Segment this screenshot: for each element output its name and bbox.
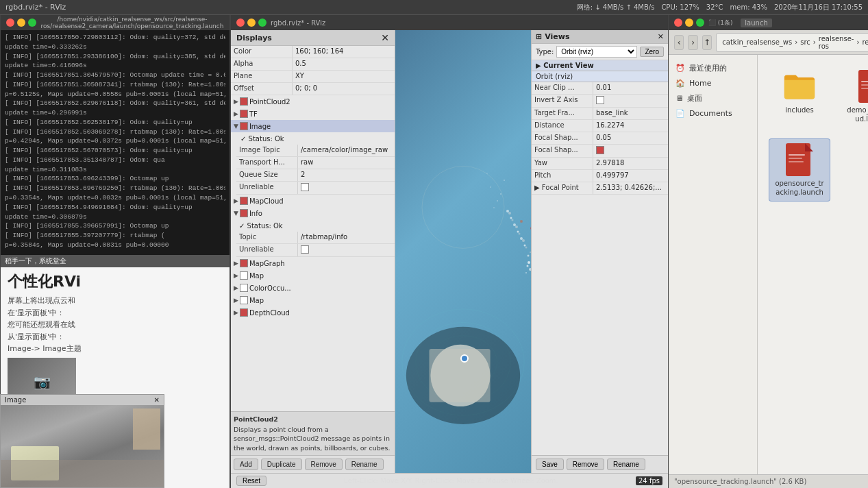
tree-coloroccu[interactable]: ▶ ColorOccu... [231, 282, 395, 294]
tree-mapgraph[interactable]: ▶ MapGraph [231, 257, 395, 269]
terminal-line: [ INFO] [1605517853.696243399]: Octomap … [5, 174, 225, 184]
terminal-max-btn[interactable] [28, 19, 36, 27]
tree-mapcloud[interactable]: ▶ MapCloud [231, 195, 395, 207]
svg-point-15 [513, 223, 516, 226]
fm-back-btn[interactable]: ‹ [674, 35, 684, 50]
duplicate-button[interactable]: Duplicate [261, 459, 302, 470]
fps-display: 24 fps [636, 476, 662, 485]
file-item-opensource-tracking[interactable]: opensource_tracking.launch [769, 138, 830, 202]
terminal-line: p=0.4294s, Maps update=0.0372s pub=0.000… [5, 136, 225, 146]
terminal-titlebar: /home/nvidia/catkin_realsense_ws/src/rea… [1, 15, 230, 30]
tree-image-status: ✓ Status: Ok [236, 132, 395, 145]
fm-file-grid: includes [758, 55, 868, 474]
fm-min-btn[interactable] [685, 19, 693, 27]
robot-marker [460, 354, 469, 363]
svg-point-47 [504, 180, 505, 181]
views-prop-nearclip: Near Clip ... 0.01 [532, 82, 668, 95]
rviz-min-btn[interactable] [247, 19, 256, 27]
terminal-close-btn[interactable] [6, 19, 14, 27]
terminal-min-btn[interactable] [17, 19, 25, 27]
svg-rect-54 [861, 84, 868, 86]
views-type-select[interactable]: Orbit (rviz) [556, 46, 637, 58]
tree-depthcloud[interactable]: ▶ DepthCloud [231, 306, 395, 319]
views-rename-button[interactable]: Rename [607, 459, 645, 470]
clock-icon: ⏰ [675, 64, 685, 73]
pointcloud2-checkbox[interactable] [240, 97, 248, 106]
fm-toolbar: ‹ › ↑ catkin_realsense_ws › src › realse… [669, 30, 868, 55]
remove-button[interactable]: Remove [305, 459, 343, 470]
depthcloud-checkbox[interactable] [240, 308, 248, 317]
views-save-row: Save Remove Rename [532, 455, 668, 473]
fm-up-btn[interactable]: ↑ [702, 35, 712, 50]
3d-viewport[interactable] [395, 30, 531, 473]
map2-checkbox[interactable] [240, 296, 248, 304]
point-cloud-svg [443, 119, 531, 324]
mapgraph-checkbox[interactable] [240, 259, 248, 267]
prop-image-topic: Image Topic /camera/color/image_raw [236, 145, 395, 157]
tf-checkbox[interactable] [240, 110, 248, 118]
views-prop-invertz: Invert Z Axis [532, 95, 668, 108]
prop-info-unreliable: Unreliable [236, 244, 395, 257]
rename-button[interactable]: Rename [345, 459, 384, 470]
views-close[interactable]: ✕ [658, 32, 664, 41]
file-item-includes[interactable]: includes [769, 66, 830, 127]
views-remove-button[interactable]: Remove [567, 459, 604, 470]
rviz-window: rgbd.rviz* - RViz Displays ✕ Color 160; … [230, 15, 669, 488]
terminal-line: [ INFO] [1605517854.949691084]: Odom: qu… [5, 203, 225, 212]
file-label-includes: includes [785, 106, 813, 114]
views-prop-pitch: Pitch 0.499797 [532, 170, 668, 182]
fm-home[interactable]: 🏠 Home [669, 76, 757, 90]
svg-point-23 [522, 239, 525, 242]
file-manager-window: ⬛ (1条) launch ‹ › ↑ catkin_realsense_ws … [669, 15, 868, 488]
views-prop-focalshape1: Focal Shap... 0.05 [532, 132, 668, 145]
tree-info[interactable]: ▼ Info [231, 207, 395, 219]
rviz-title: rgbd.rviz* - RViz [271, 19, 325, 27]
svg-rect-62 [789, 158, 802, 159]
map1-checkbox[interactable] [240, 271, 248, 280]
views-zero-button[interactable]: Zero [640, 47, 664, 57]
views-save-button[interactable]: Save [536, 459, 564, 470]
fm-breadcrumb[interactable]: catkin_realsense_ws › src › realsense-ro… [716, 33, 868, 52]
temp-status: 32°C [706, 3, 723, 11]
rviz-close-btn[interactable] [236, 19, 245, 27]
file-item-demo-pointcloud[interactable]: demo_pointcloud.launch [841, 66, 868, 127]
prop-queue-size: Queue Size 2 [236, 169, 395, 182]
fm-desktop[interactable]: 🖥 桌面 [669, 90, 757, 106]
svg-point-29 [512, 219, 514, 221]
fm-documents[interactable]: 📄 Documents [669, 106, 757, 121]
fm-tab-launch[interactable]: launch [741, 19, 771, 27]
rviz-max-btn[interactable] [258, 19, 266, 27]
fm-max-btn[interactable] [696, 19, 704, 27]
displays-tooltip: PointCloud2 Displays a point cloud from … [231, 411, 395, 455]
fm-close-btn[interactable] [674, 19, 682, 27]
svg-point-9 [524, 245, 526, 247]
mapcloud-checkbox[interactable] [240, 197, 248, 205]
file-label-demo-pointcloud: demo_pointcloud.launch [845, 106, 868, 123]
terminal-line: [ INFO] [1605517851.305087341]: rtabmap … [5, 80, 225, 90]
svg-point-37 [520, 220, 523, 223]
svg-point-13 [517, 231, 519, 233]
image-checkbox[interactable] [240, 122, 248, 130]
reset-button[interactable]: Reset [236, 476, 266, 486]
info-checkbox[interactable] [240, 209, 248, 217]
displays-buttons: Add Duplicate Remove Rename [231, 455, 395, 473]
svg-point-7 [528, 255, 530, 257]
terminal-content[interactable]: [ INFO] [1605517850.729803112]: Odom: qu… [1, 30, 230, 255]
tree-image[interactable]: ▼ Image [231, 120, 395, 132]
terminal-line: [ INFO] [1605517852.503069278]: rtabmap … [5, 127, 225, 137]
add-button[interactable]: Add [234, 459, 258, 470]
coloroccu-checkbox[interactable] [240, 284, 248, 292]
tree-map2[interactable]: ▶ Map [231, 294, 395, 306]
tree-tf[interactable]: ▶ TF [231, 108, 395, 120]
tree-map1[interactable]: ▶ Map [231, 269, 395, 282]
prop-info-topic: Topic /rtabmap/info [236, 232, 395, 244]
launch-file-svg [857, 69, 868, 104]
displays-close[interactable]: ✕ [381, 32, 389, 43]
fm-forward-btn[interactable]: › [688, 35, 697, 50]
views-header: ⊞ Views ✕ [532, 30, 668, 44]
tree-pointcloud2[interactable]: ▶ PointCloud2 [231, 95, 395, 108]
rviz-hint: Left-Click: Move X/Y. Right-Click: Move … [344, 477, 558, 485]
terminal-line: [ INFO] [1605517853.351348787]: Odom: qu… [5, 156, 225, 165]
fm-recent[interactable]: ⏰ 最近使用的 [669, 60, 757, 76]
terminal-line: update time=0.306879s [5, 212, 225, 222]
